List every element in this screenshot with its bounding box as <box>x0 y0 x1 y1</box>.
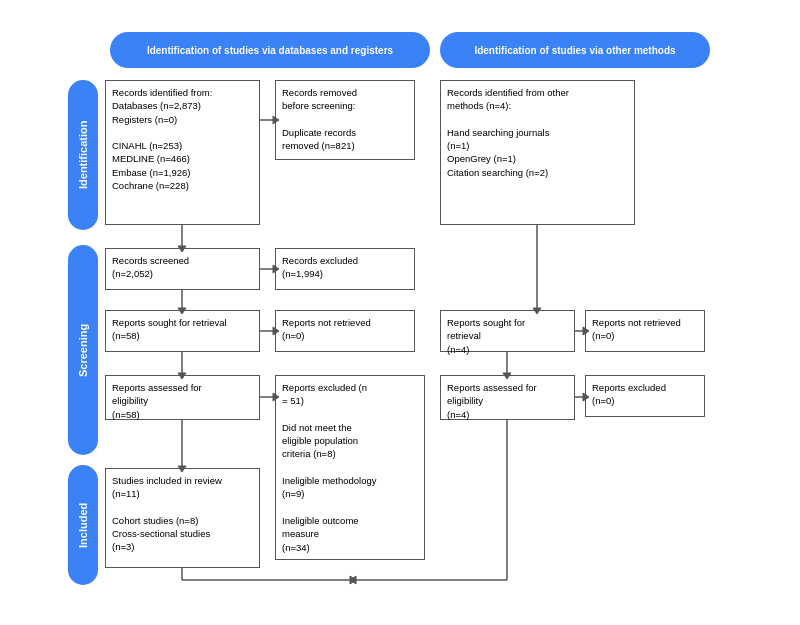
prisma-diagram: Identification of studies via databases … <box>0 0 800 625</box>
box-reports-excluded-2: Reports excluded (n=0) <box>585 375 705 417</box>
box-records-excluded: Records excluded (n=1,994) <box>275 248 415 290</box>
header-other: Identification of studies via other meth… <box>440 32 710 68</box>
section-included: Included <box>68 465 98 585</box>
header-databases: Identification of studies via databases … <box>110 32 430 68</box>
box-reports-assessed-2: Reports assessed for eligibility (n=4) <box>440 375 575 420</box>
svg-marker-18 <box>350 576 356 584</box>
box-reports-sought-1: Reports sought for retrieval (n=58) <box>105 310 260 352</box>
box-records-removed: Records removed before screening: Duplic… <box>275 80 415 160</box>
box-reports-assessed-1: Reports assessed for eligibility (n=58) <box>105 375 260 420</box>
svg-marker-29 <box>350 576 356 584</box>
section-screening: Screening <box>68 245 98 455</box>
box-reports-not-retrieved-2: Reports not retrieved (n=0) <box>585 310 705 352</box>
box-records-identified: Records identified from: Databases (n=2,… <box>105 80 260 225</box>
section-identification: Identification <box>68 80 98 230</box>
box-studies-included: Studies included in review (n=11) Cohort… <box>105 468 260 568</box>
box-reports-not-retrieved-1: Reports not retrieved (n=0) <box>275 310 415 352</box>
box-reports-excluded-1: Reports excluded (n = 51) Did not meet t… <box>275 375 425 560</box>
box-records-other: Records identified from other methods (n… <box>440 80 635 225</box>
box-records-screened: Records screened (n=2,052) <box>105 248 260 290</box>
box-reports-sought-2: Reports sought for retrieval (n=4) <box>440 310 575 352</box>
